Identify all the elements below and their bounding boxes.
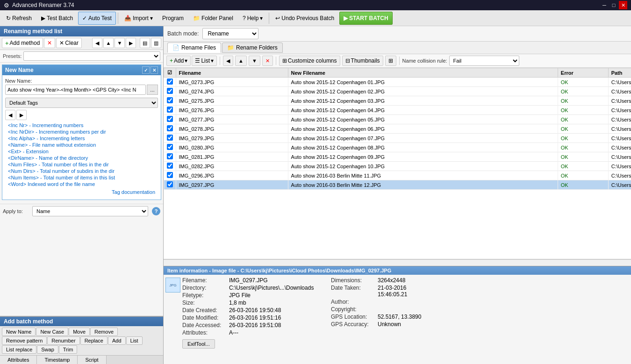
error-header[interactable]: Error — [558, 68, 608, 78]
batch-method-button[interactable]: Move — [69, 328, 90, 336]
batch-method-button[interactable]: Trim — [59, 345, 78, 354]
add-files-button[interactable]: + Add ▾ — [166, 56, 191, 66]
maximize-button[interactable]: □ — [609, 1, 618, 9]
batch-tab[interactable]: Timestamp — [37, 356, 78, 364]
folder-panel-button[interactable]: 📁 Folder Panel — [189, 12, 237, 25]
table-row[interactable]: IMG_0297.JPG Auto show 2016-03 Berlin Mi… — [164, 180, 631, 190]
method-check-button[interactable]: ✓ — [142, 66, 150, 74]
tag-documentation-link[interactable]: Tag documentation — [5, 187, 158, 197]
row-checkbox[interactable] — [164, 78, 176, 87]
nav-next-button[interactable]: ▼ — [115, 38, 125, 48]
batch-method-button[interactable]: New Name — [2, 328, 36, 336]
rename-files-tab[interactable]: 📄 Rename Files — [167, 43, 221, 53]
table-row[interactable]: IMG_0277.JPG Auto show 2015-12 Copenhage… — [164, 115, 631, 124]
batch-mode-select[interactable]: Rename Copy Move — [202, 28, 258, 39]
batch-tab[interactable]: Script — [78, 356, 106, 364]
import-list-button[interactable]: ▥ — [151, 38, 161, 48]
path-header[interactable]: Path — [608, 68, 631, 78]
customize-columns-button[interactable]: ⊞ Customize columns — [279, 56, 340, 66]
row-checkbox[interactable] — [164, 106, 176, 115]
batch-tab[interactable]: Attributes — [0, 356, 37, 364]
tag-link[interactable]: <Inc Alpha> - Incrementing letters — [8, 135, 155, 142]
row-checkbox[interactable] — [164, 124, 176, 134]
move-down-button[interactable]: ▲ — [103, 38, 114, 48]
row-checkbox[interactable] — [164, 115, 176, 124]
batch-method-button[interactable]: List — [126, 336, 143, 345]
batch-method-button[interactable]: Add — [108, 336, 126, 345]
list-view-button[interactable]: ☰ List ▾ — [192, 56, 217, 66]
program-button[interactable]: Program — [158, 12, 188, 25]
grid-view-button[interactable]: ⊞ — [385, 56, 396, 66]
tag-nav-prev-button[interactable]: ◀ — [5, 110, 15, 120]
batch-method-button[interactable]: Remove — [90, 328, 118, 336]
filename-header[interactable]: Filename — [176, 68, 288, 78]
tag-link[interactable]: <DirName> - Name of the directory — [8, 155, 155, 161]
table-row[interactable]: IMG_0275.JPG Auto show 2015-12 Copenhage… — [164, 96, 631, 106]
file-table-container[interactable]: ☑ Filename New Filename Error Path Dimen… — [164, 68, 631, 259]
check-all-header[interactable]: ☑ — [164, 68, 176, 78]
add-method-button[interactable]: + Add method — [2, 38, 43, 48]
tag-link[interactable]: <Num Dirs> - Total number of subdirs in … — [8, 168, 155, 174]
help-circle-button[interactable]: ? — [152, 207, 160, 215]
row-checkbox[interactable] — [164, 171, 176, 180]
row-checkbox[interactable] — [164, 152, 176, 162]
title-bar-controls[interactable]: ─ □ ✕ — [600, 1, 627, 9]
row-checkbox[interactable] — [164, 162, 176, 171]
tag-link[interactable]: <Ext> - Extension — [8, 148, 155, 155]
batch-method-button[interactable]: Remove pattern — [2, 336, 47, 345]
collision-select[interactable]: Fail Skip Overwrite Append — [449, 56, 519, 66]
nav-first-button[interactable]: ◀ — [223, 56, 233, 66]
rename-folders-tab[interactable]: 📁 Rename Folders — [222, 43, 283, 53]
table-row[interactable]: IMG_0279.JPG Auto show 2015-12 Copenhage… — [164, 134, 631, 143]
batch-method-button[interactable]: Swap — [37, 345, 58, 354]
batch-method-button[interactable]: New Case — [36, 328, 68, 336]
table-row[interactable]: IMG_0276.JPG Auto show 2015-12 Copenhage… — [164, 106, 631, 115]
batch-method-button[interactable]: Renumber — [47, 336, 79, 345]
batch-method-button[interactable]: List replace — [2, 345, 36, 354]
nav-end-button[interactable]: ▶ — [126, 38, 136, 48]
thumbnails-button[interactable]: ⊟ Thumbnails — [342, 56, 383, 66]
nav-down-button[interactable]: ▼ — [249, 56, 260, 66]
row-checkbox[interactable] — [164, 96, 176, 106]
tag-link[interactable]: <Num Items> - Total number of items in t… — [8, 174, 155, 181]
row-checkbox[interactable] — [164, 143, 176, 152]
exiftool-button[interactable]: ExifTool... — [182, 339, 215, 349]
import-button[interactable]: 📥 Import ▾ — [120, 12, 157, 25]
remove-method-button[interactable]: ✕ — [44, 38, 55, 48]
undo-prev-batch-button[interactable]: ↩ Undo Previous Batch — [271, 12, 338, 25]
auto-test-button[interactable]: ✓ Auto Test — [78, 12, 116, 25]
horizontal-scrollbar[interactable] — [164, 259, 631, 266]
tag-nav-next-button[interactable]: ▶ — [16, 110, 27, 120]
table-row[interactable]: IMG_0281.JPG Auto show 2015-12 Copenhage… — [164, 152, 631, 162]
help-button[interactable]: ? Help ▾ — [238, 12, 267, 25]
batch-method-button[interactable]: Replace — [80, 336, 108, 345]
row-checkbox[interactable] — [164, 180, 176, 190]
start-batch-button[interactable]: ▶ START BATCH — [339, 12, 393, 25]
move-up-button[interactable]: ◀ — [92, 38, 102, 48]
tag-link[interactable]: <Num Files> - Total number of files in t… — [8, 161, 155, 168]
tag-link[interactable]: <Word> Indexed word of the file name — [8, 181, 155, 187]
row-checkbox[interactable] — [164, 87, 176, 96]
test-batch-button[interactable]: ▶ Test Batch — [37, 12, 77, 25]
export-button[interactable]: ▤ — [140, 38, 150, 48]
close-button[interactable]: ✕ — [619, 1, 627, 9]
table-row[interactable]: IMG_0280.JPG Auto show 2015-12 Copenhage… — [164, 143, 631, 152]
tag-link[interactable]: <Name> - File name without extension — [8, 142, 155, 148]
table-row[interactable]: IMG_0296.JPG Auto show 2016-03 Berlin Mi… — [164, 171, 631, 180]
minimize-button[interactable]: ─ — [600, 1, 609, 9]
presets-select[interactable] — [23, 51, 160, 61]
nav-last-button[interactable]: ✕ — [262, 56, 273, 66]
new-filename-header[interactable]: New Filename — [288, 68, 558, 78]
method-close-button[interactable]: ✕ — [151, 66, 158, 74]
tag-link[interactable]: <Inc Nr> - Incrementing numbers — [8, 122, 155, 128]
table-row[interactable]: IMG_0274.JPG Auto show 2015-12 Copenhage… — [164, 87, 631, 96]
table-row[interactable]: IMG_0282.JPG Auto show 2015-12 Copenhage… — [164, 162, 631, 171]
clear-button[interactable]: ✕ Clear — [56, 38, 82, 48]
refresh-button[interactable]: ↻ Refresh — [2, 12, 36, 25]
browse-button[interactable]: … — [147, 85, 158, 95]
row-checkbox[interactable] — [164, 134, 176, 143]
table-row[interactable]: IMG_0278.JPG Auto show 2015-12 Copenhage… — [164, 124, 631, 134]
table-row[interactable]: IMG_0273.JPG Auto show 2015-12 Copenhage… — [164, 78, 631, 87]
apply-to-select[interactable]: Name Extension Name and Extension — [32, 206, 148, 216]
new-name-input[interactable] — [5, 85, 146, 95]
